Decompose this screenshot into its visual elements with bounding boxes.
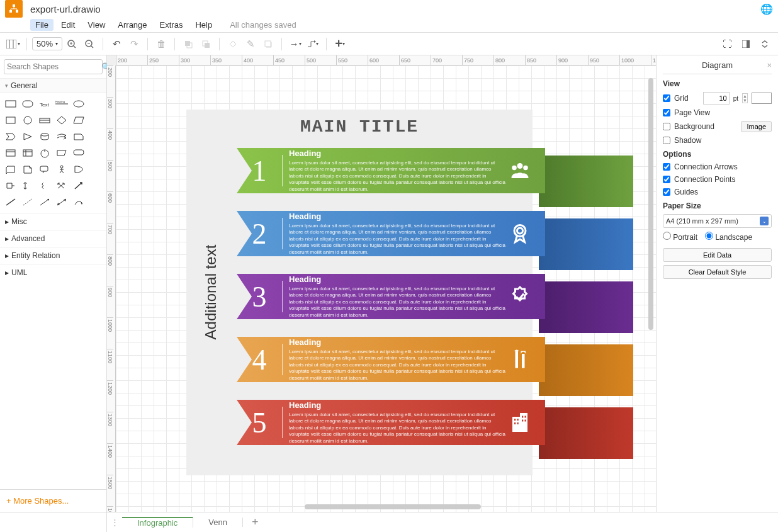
shape-item-13[interactable]	[21, 130, 35, 144]
shape-item-35[interactable]	[88, 179, 103, 193]
shape-item-21[interactable]	[55, 146, 69, 160]
menu-edit[interactable]: Edit	[56, 19, 80, 31]
shape-item-22[interactable]	[71, 146, 86, 160]
landscape-radio[interactable]: Landscape	[705, 232, 752, 242]
zoom-out-icon[interactable]	[81, 36, 98, 52]
canvas[interactable]: 2002503003504004505005506006507007508008…	[107, 55, 656, 512]
category-uml[interactable]: ▸UML	[0, 264, 106, 281]
shape-item-37[interactable]	[21, 195, 35, 209]
menu-file[interactable]: File	[30, 19, 54, 31]
shape-item-41[interactable]	[88, 195, 103, 209]
canvas-inner[interactable]: MAIN TITLE Additional text 1HeadingLorem…	[116, 65, 656, 512]
collapse-icon[interactable]	[757, 36, 773, 52]
connection-icon[interactable]: →▾	[287, 36, 303, 52]
view-mode-button[interactable]: ▾	[5, 36, 21, 52]
more-shapes-link[interactable]: + More Shapes...	[0, 489, 106, 512]
shape-item-4[interactable]	[71, 97, 86, 111]
shape-item-31[interactable]	[21, 179, 35, 193]
fullscreen-icon[interactable]: ⛶	[719, 36, 735, 52]
shape-item-40[interactable]	[71, 195, 86, 209]
pageview-checkbox[interactable]	[663, 109, 670, 116]
search-shapes-input[interactable]	[7, 62, 101, 71]
fill-color-icon[interactable]	[225, 36, 241, 52]
category-general[interactable]: ▾General	[0, 78, 106, 93]
zoom-in-icon[interactable]	[64, 36, 80, 52]
shape-item-29[interactable]	[88, 162, 103, 176]
panel-tab-diagram[interactable]: Diagram ×	[663, 60, 772, 74]
ribbon-2[interactable]: 2HeadingLorem ipsum dolor sit amet, cons…	[237, 211, 533, 266]
delete-icon[interactable]: 🗑	[153, 36, 169, 52]
page-tab-infographic[interactable]: Infographic	[122, 517, 193, 528]
shape-item-7[interactable]	[21, 113, 35, 127]
background-checkbox[interactable]	[663, 123, 670, 130]
menu-view[interactable]: View	[82, 19, 110, 31]
ribbon-main[interactable]: 4HeadingLorem ipsum dolor sit amet, cons…	[237, 337, 545, 382]
app-logo[interactable]	[5, 0, 23, 18]
shape-item-32[interactable]	[38, 179, 52, 193]
additional-text[interactable]: Additional text	[202, 229, 220, 355]
add-page-icon[interactable]: +	[243, 516, 268, 529]
main-title[interactable]: MAIN TITLE	[186, 117, 533, 137]
shape-item-3[interactable]: Heading	[55, 97, 69, 111]
insert-button[interactable]: +▾	[332, 36, 348, 52]
to-front-icon[interactable]	[180, 36, 196, 52]
ribbon-1[interactable]: 1HeadingLorem ipsum dolor sit amet, cons…	[237, 148, 533, 203]
zoom-select[interactable]: 50%▾	[32, 37, 62, 50]
shape-item-20[interactable]	[38, 146, 52, 160]
ribbon-main[interactable]: 2HeadingLorem ipsum dolor sit amet, cons…	[237, 211, 545, 256]
shape-item-17[interactable]	[88, 130, 103, 144]
conn-points-checkbox[interactable]	[663, 176, 670, 183]
grid-stepper[interactable]: ▲▼	[742, 93, 748, 103]
shape-item-26[interactable]	[38, 162, 52, 176]
conn-arrows-checkbox[interactable]	[663, 163, 670, 171]
grid-color-swatch[interactable]	[752, 93, 772, 104]
to-back-icon[interactable]	[198, 36, 214, 52]
menu-extras[interactable]: Extras	[155, 19, 188, 31]
paper-size-select[interactable]: A4 (210 mm x 297 mm)⌄	[663, 214, 772, 228]
shape-item-28[interactable]	[71, 162, 86, 176]
shape-item-9[interactable]	[55, 113, 69, 127]
shape-item-18[interactable]	[4, 146, 18, 160]
edit-data-button[interactable]: Edit Data	[663, 248, 772, 262]
shape-item-30[interactable]	[4, 179, 18, 193]
menu-help[interactable]: Help	[190, 19, 217, 31]
page-tab-venn[interactable]: Venn	[193, 518, 243, 527]
shape-item-2[interactable]: Text	[38, 97, 52, 111]
portrait-radio[interactable]: Portrait	[663, 232, 697, 242]
ribbon-5[interactable]: 5HeadingLorem ipsum dolor sit amet, cons…	[237, 400, 533, 455]
page-tabs-menu-icon[interactable]: ⋮	[107, 518, 122, 527]
category-advanced[interactable]: ▸Advanced	[0, 230, 106, 247]
ribbon-3[interactable]: 3HeadingLorem ipsum dolor sit amet, cons…	[237, 274, 533, 329]
line-color-icon[interactable]: ✎	[242, 36, 259, 52]
ribbon-main[interactable]: 3HeadingLorem ipsum dolor sit amet, cons…	[237, 274, 545, 319]
shape-item-1[interactable]	[21, 97, 35, 111]
undo-icon[interactable]: ↶	[108, 36, 125, 52]
shape-item-25[interactable]	[21, 162, 35, 176]
shape-item-38[interactable]	[38, 195, 52, 209]
clear-style-button[interactable]: Clear Default Style	[663, 265, 772, 279]
image-button[interactable]: Image	[741, 121, 772, 132]
category-misc[interactable]: ▸Misc	[0, 213, 106, 230]
shape-item-10[interactable]	[71, 113, 86, 127]
infographic-box[interactable]: MAIN TITLE Additional text 1HeadingLorem…	[186, 110, 533, 475]
shape-item-6[interactable]	[4, 113, 18, 127]
vertical-scrollbar[interactable]	[648, 78, 653, 330]
shape-item-12[interactable]	[4, 130, 18, 144]
shape-item-8[interactable]	[38, 113, 52, 127]
ribbon-main[interactable]: 1HeadingLorem ipsum dolor sit amet, cons…	[237, 148, 545, 193]
shadow-checkbox[interactable]	[663, 137, 670, 144]
guides-checkbox[interactable]	[663, 188, 670, 196]
shadow-icon[interactable]	[260, 36, 276, 52]
search-shapes-box[interactable]: 🔍	[4, 59, 103, 74]
close-panel-icon[interactable]: ×	[767, 60, 772, 70]
grid-size-input[interactable]	[703, 92, 730, 105]
shape-item-19[interactable]	[21, 146, 35, 160]
shape-item-24[interactable]	[4, 162, 18, 176]
shape-item-11[interactable]	[88, 113, 103, 127]
ribbon-main[interactable]: 5HeadingLorem ipsum dolor sit amet, cons…	[237, 400, 545, 445]
shape-item-14[interactable]	[38, 130, 52, 144]
shape-item-15[interactable]	[55, 130, 69, 144]
horizontal-scrollbar[interactable]	[305, 504, 481, 509]
shape-item-27[interactable]	[55, 162, 69, 176]
grid-checkbox[interactable]	[663, 94, 670, 102]
